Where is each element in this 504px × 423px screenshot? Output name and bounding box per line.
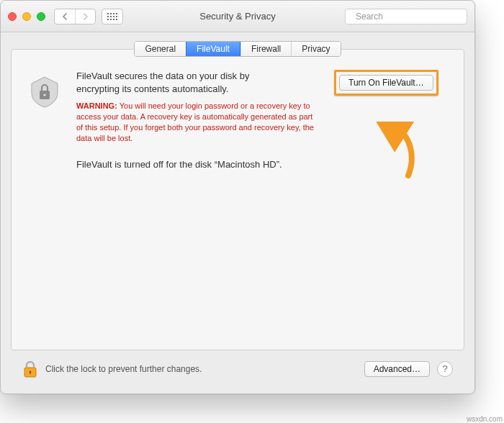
svg-rect-5: [110, 16, 112, 17]
chevron-left-icon: [62, 13, 68, 20]
filevault-pane: FileVault secures the data on your disk …: [11, 49, 464, 350]
help-button[interactable]: ?: [437, 361, 453, 377]
footer-bar: Click the lock to prevent further change…: [11, 350, 464, 386]
svg-rect-11: [116, 19, 117, 20]
close-icon[interactable]: [8, 12, 17, 21]
window-controls: [8, 12, 45, 21]
turn-on-filevault-button[interactable]: Turn On FileVault…: [339, 75, 433, 91]
svg-rect-6: [113, 16, 114, 17]
grid-icon: [107, 13, 117, 20]
svg-rect-10: [113, 19, 114, 20]
forward-button[interactable]: [75, 9, 95, 24]
svg-rect-3: [116, 13, 117, 14]
svg-rect-0: [107, 13, 109, 14]
callout-highlight: Turn On FileVault…: [334, 70, 438, 96]
svg-rect-7: [116, 16, 117, 17]
chevron-right-icon: [83, 13, 89, 20]
tab-filevault[interactable]: FileVault: [186, 42, 240, 56]
svg-rect-18: [30, 372, 30, 374]
svg-rect-9: [110, 19, 112, 20]
tab-general[interactable]: General: [135, 42, 186, 56]
advanced-button[interactable]: Advanced…: [364, 361, 430, 377]
filevault-warning: WARNING: You will need your login passwo…: [76, 101, 320, 143]
nav-back-forward: [54, 9, 96, 24]
zoom-icon[interactable]: [37, 12, 45, 21]
svg-rect-4: [107, 16, 109, 17]
tab-privacy[interactable]: Privacy: [291, 42, 340, 56]
search-input[interactable]: [354, 11, 465, 22]
tab-firewall[interactable]: Firewall: [240, 42, 291, 56]
svg-rect-2: [113, 13, 114, 14]
tab-bar: General FileVault Firewall Privacy: [134, 41, 341, 57]
svg-rect-1: [110, 13, 112, 14]
svg-rect-8: [107, 19, 109, 20]
minimize-icon[interactable]: [22, 12, 31, 21]
lock-icon[interactable]: [22, 360, 38, 378]
warning-label: WARNING:: [76, 101, 117, 110]
filevault-status: FileVault is turned off for the disk “Ma…: [76, 159, 320, 170]
attribution-text: wsxdn.com: [467, 415, 503, 423]
search-field[interactable]: [345, 9, 467, 24]
preferences-window: Security & Privacy General FileVault Fir…: [0, 0, 475, 394]
window-titlebar: Security & Privacy: [1, 1, 474, 32]
lock-text: Click the lock to prevent further change…: [45, 364, 202, 374]
show-all-button[interactable]: [102, 9, 123, 24]
back-button[interactable]: [55, 9, 75, 24]
window-body: General FileVault Firewall Privacy FileV…: [1, 32, 474, 394]
filevault-icon: [26, 73, 63, 110]
svg-point-15: [43, 94, 45, 96]
filevault-description: FileVault secures the data on your disk …: [76, 70, 292, 95]
